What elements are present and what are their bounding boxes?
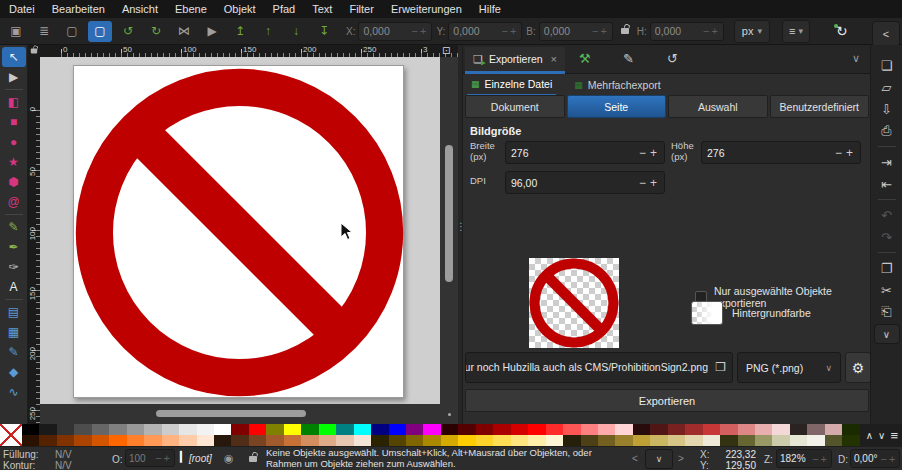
palette-swatch[interactable]	[144, 435, 161, 446]
zoom-plus[interactable]: +	[820, 453, 828, 465]
menu-text[interactable]: Text	[312, 3, 332, 15]
palette-swatch[interactable]	[703, 424, 720, 435]
flip-horizontal-button[interactable]: ⋈	[172, 21, 196, 42]
palette-swatch[interactable]	[74, 435, 91, 446]
palette-swatch[interactable]	[39, 435, 56, 446]
menu-pfad[interactable]: Pfad	[273, 3, 296, 15]
palette-swatch[interactable]	[633, 424, 650, 435]
undo-button[interactable]: ↶	[875, 205, 899, 225]
palette-swatch[interactable]	[790, 435, 807, 446]
palette-swatch[interactable]	[563, 435, 580, 446]
copy-button[interactable]: ❐	[875, 258, 899, 278]
zoom-minus[interactable]: −	[811, 453, 819, 465]
palette-swatch[interactable]	[109, 424, 126, 435]
palette-swatch[interactable]	[563, 424, 580, 435]
palette-swatch[interactable]	[197, 424, 214, 435]
tab-mehrfachexport[interactable]: ▦Mehrfachexport	[570, 76, 664, 96]
spiral-tool[interactable]: @	[2, 192, 26, 212]
pencil-tool[interactable]: ✎	[2, 217, 26, 237]
palette-swatch[interactable]	[249, 424, 266, 435]
export-dpi-plus[interactable]: +	[648, 176, 659, 190]
palette-swatch[interactable]	[685, 435, 702, 446]
palette-swatch[interactable]	[650, 424, 667, 435]
palette-swatch[interactable]	[615, 424, 632, 435]
palette-swatch[interactable]	[301, 435, 318, 446]
lower-to-bottom-button[interactable]: ↧	[312, 21, 336, 42]
palette-swatch[interactable]	[22, 424, 39, 435]
palette-swatch[interactable]	[720, 424, 737, 435]
palette-swatch[interactable]	[231, 424, 248, 435]
menu-objekt[interactable]: Objekt	[224, 3, 256, 15]
y-plus-button[interactable]: +	[509, 25, 517, 37]
horizontal-ruler[interactable]: 0501001502002503	[40, 45, 458, 57]
fill-value[interactable]: N/V	[55, 449, 72, 460]
palette-swatch[interactable]	[354, 435, 371, 446]
palette-swatch[interactable]	[842, 435, 859, 446]
canvas-viewport[interactable]	[40, 57, 440, 404]
current-layer-name[interactable]: [root]	[189, 453, 212, 464]
paint-bucket-tool[interactable]: ◆	[2, 362, 26, 382]
palette-swatch[interactable]	[231, 435, 248, 446]
height-field[interactable]: 0,000 − +	[650, 22, 724, 41]
x-minus-button[interactable]: −	[411, 25, 419, 37]
palette-swatch[interactable]	[179, 435, 196, 446]
select-all-button[interactable]: ▣	[4, 21, 28, 42]
export-settings-button[interactable]: ⚙	[845, 352, 871, 383]
background-color-swatch[interactable]	[691, 301, 723, 325]
selector-tool[interactable]: ↖	[2, 47, 26, 67]
palette-swatch[interactable]	[92, 435, 109, 446]
chevron-down-icon[interactable]: ∨	[852, 52, 860, 65]
extensions-icon[interactable]: ⚒	[579, 51, 591, 66]
palette-swatch[interactable]	[57, 424, 74, 435]
palette-swatch[interactable]	[493, 435, 510, 446]
next-message-icon[interactable]: >	[678, 453, 684, 464]
palette-swatch[interactable]	[266, 435, 283, 446]
lower-button[interactable]: ↓	[284, 21, 308, 42]
height-minus-button[interactable]: −	[702, 25, 710, 37]
y-minus-button[interactable]: −	[500, 25, 508, 37]
palette-swatch[interactable]	[406, 435, 423, 446]
open-document-button[interactable]: ▱	[875, 77, 899, 97]
print-button[interactable]: ⎙	[875, 121, 899, 141]
area-button-auswahl[interactable]: Auswahl	[668, 95, 768, 118]
palette-swatch[interactable]	[685, 424, 702, 435]
format-dropdown[interactable]: PNG (*.png) ∨	[737, 352, 841, 383]
palette-swatch[interactable]	[127, 435, 144, 446]
export-dpi-input[interactable]: 96,00 − +	[505, 171, 665, 194]
palette-swatch[interactable]	[266, 424, 283, 435]
stroke-value[interactable]: N/V	[55, 460, 72, 470]
box-3d-tool[interactable]: ⬢	[2, 172, 26, 192]
monitor-icon[interactable]: ⊡	[442, 45, 450, 56]
palette-swatch[interactable]	[389, 435, 406, 446]
star-tool[interactable]: ★	[2, 152, 26, 172]
palette-menu-icon[interactable]: ≡	[890, 428, 898, 443]
height-plus-button[interactable]: +	[710, 25, 718, 37]
cut-button[interactable]: ✂	[875, 280, 899, 300]
palette-swatch[interactable]	[301, 424, 318, 435]
palette-swatch[interactable]	[423, 435, 440, 446]
ruler-corner[interactable]	[28, 45, 40, 57]
palette-swatch[interactable]	[476, 424, 493, 435]
palette-swatch[interactable]	[162, 435, 179, 446]
palette-swatch[interactable]	[109, 435, 126, 446]
area-button-seite[interactable]: Seite	[567, 95, 667, 118]
palette-swatch[interactable]	[755, 424, 772, 435]
export-width-plus[interactable]: +	[648, 146, 659, 160]
palette-swatch[interactable]	[284, 424, 301, 435]
palette-swatch[interactable]	[197, 435, 214, 446]
palette-swatch[interactable]	[598, 424, 615, 435]
tab-einzelne-datei[interactable]: ▦Einzelne Datei	[467, 76, 556, 96]
opacity-minus[interactable]: −	[154, 452, 162, 464]
palette-swatch[interactable]	[92, 424, 109, 435]
raise-to-top-button[interactable]: ↥	[228, 21, 252, 42]
palette-swatch[interactable]	[336, 435, 353, 446]
palette-swatch[interactable]	[249, 435, 266, 446]
select-all-layers-button[interactable]: ≣	[32, 21, 56, 42]
palette-swatch[interactable]	[371, 435, 388, 446]
palette-swatch[interactable]	[755, 435, 772, 446]
opacity-plus[interactable]: +	[163, 452, 171, 464]
text-tool[interactable]: A	[2, 277, 26, 297]
ellipse-tool[interactable]: ●	[2, 132, 26, 152]
palette-swatch[interactable]	[842, 424, 859, 435]
zoom-input[interactable]: 182% − +	[776, 449, 832, 468]
